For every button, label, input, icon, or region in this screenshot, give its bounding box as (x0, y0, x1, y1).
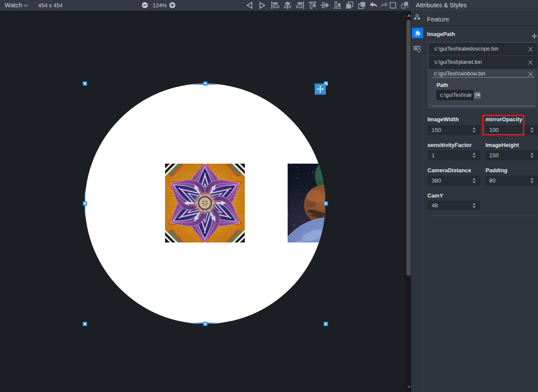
svg-text:i: i (418, 49, 419, 52)
